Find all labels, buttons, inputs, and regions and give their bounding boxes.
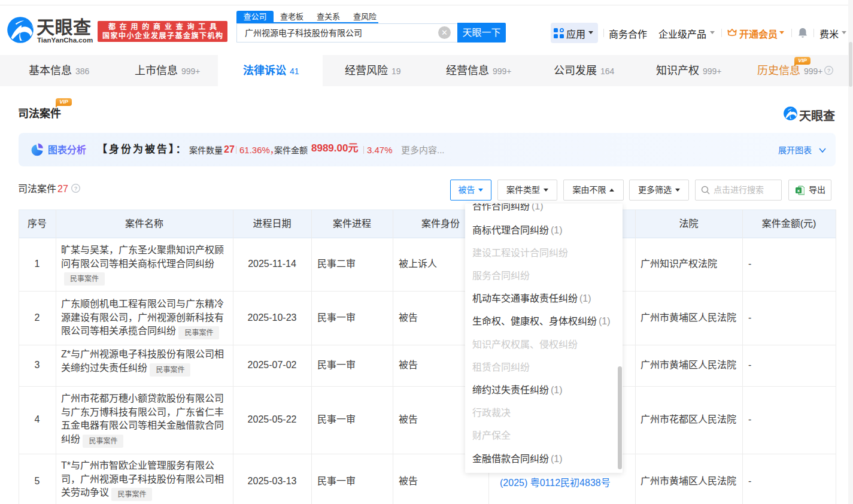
svg-text:?: ? xyxy=(74,186,77,192)
svg-text:x: x xyxy=(797,188,800,193)
svg-text:?: ? xyxy=(827,68,830,74)
